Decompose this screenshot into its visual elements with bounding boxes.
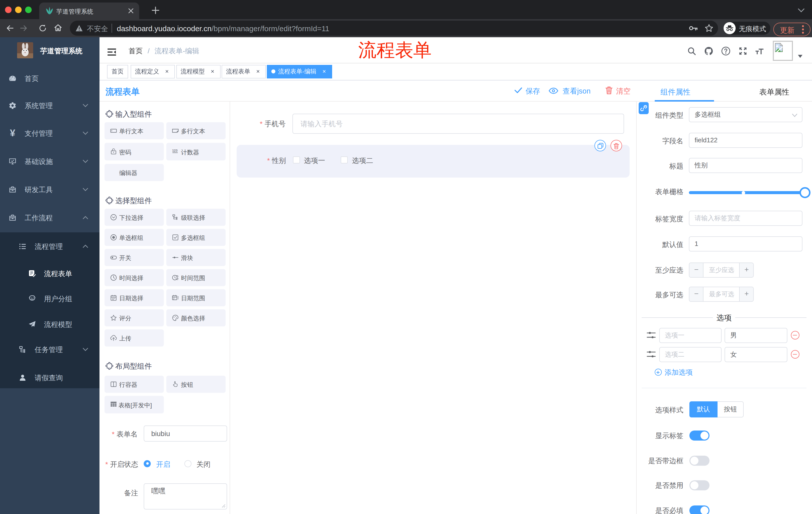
svg-text:123: 123	[172, 149, 177, 153]
